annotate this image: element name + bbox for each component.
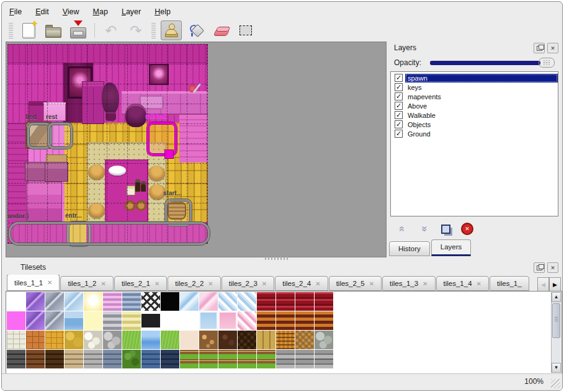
menu-view[interactable]: View [63,7,79,16]
tile-grass[interactable] [122,331,141,350]
tile-bluewindow[interactable] [199,311,218,331]
tileset-tab-tiles_2_1[interactable]: tiles_2_1✕ [114,276,167,291]
tab-close-icon[interactable]: ✕ [101,280,105,287]
layer-row[interactable]: ✓keys [391,82,558,92]
tileset-tab-tiles_1_3[interactable]: tiles_1_3✕ [382,276,435,291]
layer-row[interactable]: ✓Ground [391,129,558,138]
menu-edit[interactable]: Edit [35,7,49,16]
stamp-brush-button[interactable] [161,20,182,40]
tile-grassrow[interactable] [180,350,199,369]
tileset-tab-tiles_2_2[interactable]: tiles_2_2✕ [168,276,220,291]
tile-grassrow[interactable] [218,350,238,369]
tile-hedge[interactable] [122,350,141,369]
tile-stonepath[interactable] [7,331,26,350]
tile-tanbrick[interactable] [65,350,84,369]
tile-pinkzigzag[interactable] [238,311,257,331]
layer-visibility-checkbox[interactable]: ✓ [395,120,403,128]
tile-purpleglass[interactable] [26,292,45,311]
eraser-button[interactable] [210,20,231,40]
new-file-button[interactable] [18,20,39,40]
layer-row[interactable]: ✓mapevents [391,92,558,101]
tile-pinkstripe[interactable] [103,292,122,311]
tile-brownstripe[interactable] [295,311,315,331]
tile-empty[interactable] [161,311,180,331]
tile-darkbrownbrick[interactable] [45,350,65,369]
menu-help[interactable]: Help [154,7,171,16]
layer-visibility-checkbox[interactable]: ✓ [395,92,403,100]
tab-close-icon[interactable]: ✕ [423,280,427,287]
save-button[interactable] [68,20,89,40]
lower-layer-button[interactable]: « [416,221,432,236]
scroll-up-button[interactable]: ▲ [552,292,561,302]
resize-grip[interactable] [551,379,560,388]
layer-visibility-checkbox[interactable]: ✓ [395,130,403,138]
tile-blacksign[interactable] [141,311,161,331]
layer-visibility-checkbox[interactable]: ✓ [395,111,403,119]
map-object-rest[interactable] [48,123,73,149]
tile-brownstripe[interactable] [257,311,276,331]
menu-layer[interactable]: Layer [122,7,141,16]
redo-button[interactable]: ↷ [125,20,146,40]
layer-row[interactable]: ✓Above [391,101,558,110]
tab-close-icon[interactable]: ✕ [369,280,374,287]
tile-stoneplank[interactable] [315,350,334,369]
tile-stoneplank[interactable] [295,350,315,369]
tileset-tab-tiles_1_2[interactable]: tiles_1_2✕ [60,276,113,291]
tile-white[interactable] [7,292,26,311]
map-object-andor[interactable] [9,222,210,245]
tile-redbrick[interactable] [315,292,334,311]
tab-close-icon[interactable]: ✕ [477,280,481,287]
tile-grayglass[interactable] [45,292,65,311]
tile-whitepebbles[interactable] [84,331,103,350]
opacity-slider-handle[interactable] [539,58,555,68]
tile-orangetile[interactable] [26,331,45,350]
tile-purpleglass[interactable] [26,311,45,331]
tileset-tab-tiles_1_[interactable]: tiles_1_ [490,276,529,291]
tile-darkdirt[interactable] [218,331,238,350]
object-resize-handle[interactable] [164,149,174,159]
tile-graypebbles[interactable] [315,331,334,350]
float-tilesets-button[interactable] [534,262,545,273]
tile-redbrick[interactable] [276,292,295,311]
tileset-tab-tiles_2_5[interactable]: tiles_2_5✕ [329,276,382,291]
map-object-mikhail[interactable] [147,122,177,156]
tile-bluezigzag[interactable] [218,292,238,311]
tile-lattice[interactable] [141,292,161,311]
layer-row[interactable]: ✓spawn [391,73,558,82]
tile-pinkshine[interactable] [199,292,218,311]
tile-tanplanks[interactable] [257,331,276,350]
tile-yellowglow[interactable] [84,292,103,311]
tile-graybrick[interactable] [84,350,103,369]
layer-row[interactable]: ✓Objects [391,120,558,129]
tile-stoneplank[interactable] [276,350,295,369]
toolbar-drag-handle[interactable] [9,22,13,38]
tile-basketweave[interactable] [276,331,295,350]
tile-brownstripe[interactable] [315,311,334,331]
layer-visibility-checkbox[interactable]: ✓ [395,83,403,91]
undo-button[interactable]: ↶ [101,20,122,40]
tileset-tab-tiles_1_4[interactable]: tiles_1_4✕ [436,276,489,291]
scroll-tabs-right-button[interactable]: ▶ [549,277,561,292]
close-panel-button[interactable]: ✕ [547,43,558,53]
layer-visibility-checkbox[interactable]: ✓ [395,102,403,110]
tile-magenta[interactable] [7,311,26,331]
scroll-tabs-left-button[interactable]: ◀ [537,277,549,292]
layer-row[interactable]: ✓Walkable [391,110,558,120]
tileset-tab-tiles_2_3[interactable]: tiles_2_3✕ [222,276,274,291]
tile-graystones[interactable] [103,331,122,350]
bucket-fill-button[interactable] [186,20,207,40]
rect-select-button[interactable] [235,20,256,40]
tile-grassrow[interactable] [257,350,276,369]
tile-grayglass[interactable] [45,311,65,331]
tile-grassrow[interactable] [199,350,218,369]
tile-brownstripe[interactable] [276,311,295,331]
tile-blueblock[interactable] [141,350,161,369]
close-tilesets-button[interactable]: ✕ [547,262,558,273]
map-view[interactable]: bedrestmikhailstart...entr...andor:) [6,42,387,257]
map-canvas[interactable]: bedrestmikhailstart...entr...andor:) [7,44,208,244]
tile-bluegraybrick[interactable] [103,350,122,369]
tile-grassrow[interactable] [238,350,257,369]
splitter-handle[interactable] [265,257,290,260]
tile-grass[interactable] [161,331,180,350]
tileset-tab-tiles_1_1[interactable]: tiles_1_1✕ [7,275,60,291]
